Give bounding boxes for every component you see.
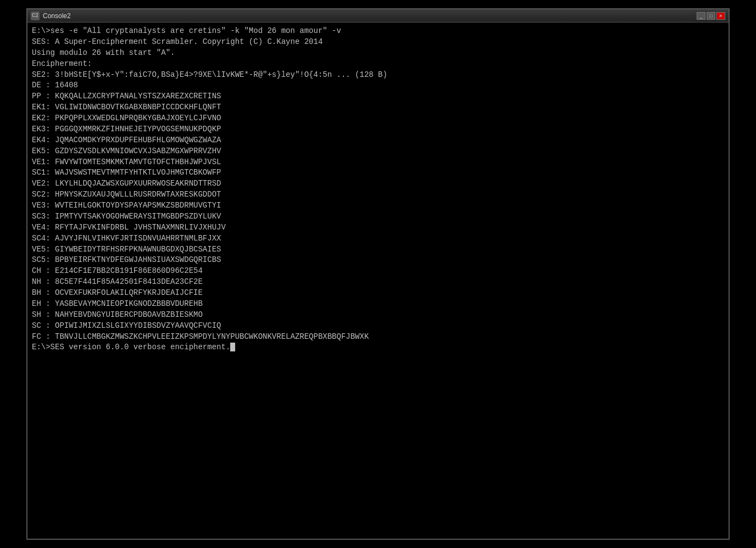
terminal-line: FC : TBNVJLLCMBGKZMWSZKCHPVLEEIZKPSMPDYL… xyxy=(32,332,724,343)
terminal-line: VE1: FWVYWTOMTESMKMKTAMVTGTOFCTHBHJWPJVS… xyxy=(32,157,724,168)
terminal-line: SES: A Super-Encipherment Scrambler. Cop… xyxy=(32,37,724,48)
terminal-line: VE4: RFYTAJFVKINFDRBL JVHSTNAXMNRLIVJXHU… xyxy=(32,222,724,233)
terminal-line: SC2: HPNYSKZUXAUJQWLLLRUSRDRWTAXRESKGDDO… xyxy=(32,189,724,200)
terminal-line: SH : NAHYEBVDNGYUIBERCPDBOAVBZBIESKMO xyxy=(32,310,724,321)
maximize-button[interactable]: □ xyxy=(707,12,715,20)
terminal-line: E:\>SES version 6.0.0 verbose encipherme… xyxy=(32,342,724,353)
terminal-line: SC1: WAJVSWSTMEVTMMTFYHTKTLVOJHMGTCBKOWF… xyxy=(32,167,724,178)
titlebar-title: Console2 xyxy=(43,12,697,20)
terminal-line: DE : 16408 xyxy=(32,80,724,91)
terminal-line: SE2: 3!bHStE[Y$+x-Y":faiC7O,BSa}E4>?9XE\… xyxy=(32,70,724,81)
terminal-line: VE5: GIYWBEIDYTRFHSRFPKNAWNUBGDXQJBCSAIE… xyxy=(32,244,724,255)
terminal-line: E:\>ses -e "All cryptanalysts are cretin… xyxy=(32,26,724,37)
titlebar-buttons: _ □ ✕ xyxy=(697,12,725,20)
terminal-body: E:\>ses -e "All cryptanalysts are cretin… xyxy=(27,23,729,539)
close-button[interactable]: ✕ xyxy=(716,12,725,20)
titlebar-icon: C2 xyxy=(31,12,40,20)
terminal-line: EK2: PKPQPPLXXWEDGLNPRQBKYGBAJXOEYLCJFVN… xyxy=(32,113,724,124)
minimize-button[interactable]: _ xyxy=(697,12,705,20)
terminal-line: SC5: BPBYEIRFKTNYDFEGWJAHNSIUAXSWDGQRICB… xyxy=(32,255,724,266)
terminal-line: CH : E214CF1E7BB2CB191F86E860D96C2E54 xyxy=(32,266,724,277)
terminal-line: PP : KQKQALLZXCRYPTANALYSTSZXAREZXCRETIN… xyxy=(32,91,724,102)
terminal-line: BH : OCVEXFUKRFOLAKILQRFYKRJDEAIJCFIE xyxy=(32,288,724,299)
terminal-line: EK4: JQMACOMDKYPRXDUPFEHUBFHLGMOWQWGZWAZ… xyxy=(32,135,724,146)
titlebar: C2 Console2 _ □ ✕ xyxy=(27,9,729,23)
terminal-line: SC4: AJVYJFNLVIHKVFJRTISDNVUAHRRTNMLBFJX… xyxy=(32,233,724,244)
terminal-line: NH : 8C5E7F441F85A42501F8413DEA23CF2E xyxy=(32,277,724,288)
terminal-line: VE3: WVTEIHLGOKTOYDYSPAYAPSMKZSBDRMUVGTY… xyxy=(32,200,724,211)
terminal-line: EH : YASBEVAYMCNIEOPIKGNODZBBBVDUREHB xyxy=(32,299,724,310)
terminal-line: EK5: GZDYSZVSDLKVMNIOWCVXJSABZMGXWPRRVZH… xyxy=(32,146,724,157)
terminal-line: EK3: PGGGQXMMRKZFIHNHEJEIYPVOGSEMNUKPDQK… xyxy=(32,124,724,135)
console-window: C2 Console2 _ □ ✕ E:\>ses -e "All crypta… xyxy=(26,8,730,540)
terminal-line: Encipherment: xyxy=(32,59,724,70)
terminal-line: SC : OPIWIJMIXZLSLGIXYYDIBSDVZYAAVQCFVCI… xyxy=(32,321,724,332)
terminal-line: EK1: VGLIWIDNWCBOVTKGABXBNBPICCDCKHFLQNF… xyxy=(32,102,724,113)
terminal-line: Using modulo 26 with start "A". xyxy=(32,48,724,59)
terminal-line: SC3: IPMTYVTSAKYOGOHWERAYSITMGBDPSZDYLUK… xyxy=(32,211,724,222)
terminal-line: VE2: LKYLHLDQJAZWSXGUPXUURRWOSEAKRNDTTRS… xyxy=(32,178,724,189)
